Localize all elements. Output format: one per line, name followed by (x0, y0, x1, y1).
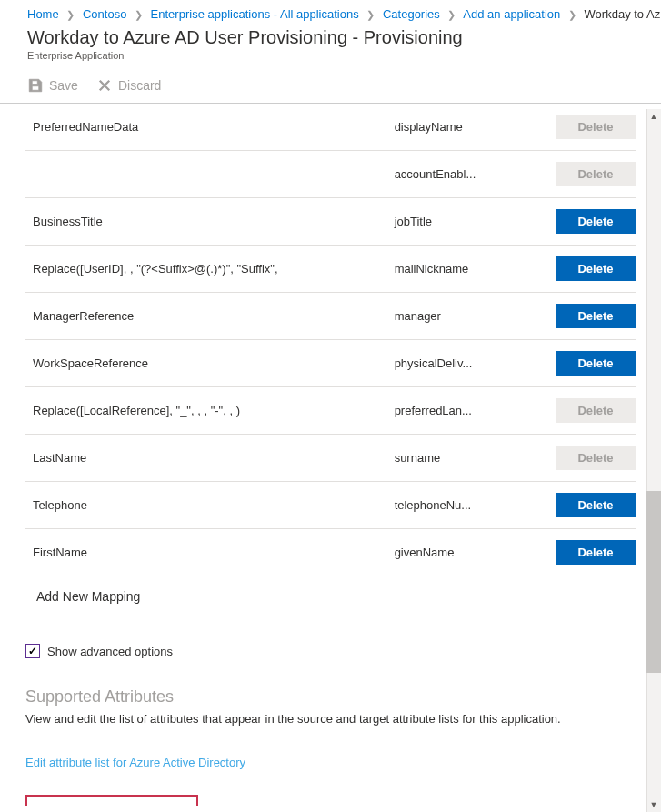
table-row[interactable]: ManagerReferencemanagerDelete (25, 293, 636, 340)
chevron-right-icon: ❯ (568, 9, 576, 20)
mapping-target: displayName (387, 104, 523, 151)
add-new-mapping-link[interactable]: Add New Mapping (25, 576, 636, 617)
mapping-target: telephoneNu... (387, 482, 523, 529)
advanced-options-label: Show advanced options (47, 645, 173, 658)
mapping-source: BusinessTitle (25, 198, 387, 246)
breadcrumb: Home ❯ Contoso ❯ Enterprise applications… (0, 0, 661, 25)
save-icon (27, 77, 44, 94)
save-button[interactable]: Save (27, 77, 78, 94)
table-row[interactable]: Replace([UserID], , "(?<Suffix>@(.)*)", … (25, 246, 636, 293)
table-row[interactable]: FirstNamegivenNameDelete (25, 529, 636, 576)
mapping-target: mailNickname (387, 246, 523, 293)
mapping-target: manager (387, 293, 523, 340)
breadcrumb-add-application[interactable]: Add an application (463, 7, 560, 21)
delete-button[interactable]: Delete (556, 351, 636, 376)
delete-button[interactable]: Delete (556, 493, 636, 517)
delete-button[interactable]: Delete (556, 256, 636, 281)
toolbar: Save Discard (0, 70, 661, 103)
breadcrumb-enterprise-apps[interactable]: Enterprise applications - All applicatio… (151, 7, 359, 21)
mapping-source: WorkSpaceReference (25, 340, 387, 387)
mapping-action-cell: Delete (523, 293, 636, 340)
mapping-action-cell: Delete (523, 151, 636, 198)
table-row[interactable]: accountEnabl...Delete (25, 151, 636, 198)
mapping-target: accountEnabl... (387, 151, 523, 198)
page-title: Workday to Azure AD User Provisioning - … (0, 25, 661, 48)
mapping-source: LastName (25, 435, 387, 482)
mapping-target: physicalDeliv... (387, 340, 523, 387)
mapping-source: Replace([LocalReference], "_", , , "-", … (25, 387, 387, 435)
breadcrumb-contoso[interactable]: Contoso (83, 7, 126, 21)
chevron-right-icon: ❯ (366, 9, 375, 20)
save-label: Save (49, 78, 78, 93)
page-subtitle: Enterprise Application (0, 48, 661, 70)
mapping-action-cell: Delete (523, 198, 636, 246)
breadcrumb-home[interactable]: Home (27, 7, 59, 21)
mapping-target: givenName (387, 529, 523, 576)
mapping-source: Telephone (25, 482, 387, 529)
mapping-source: PreferredNameData (25, 104, 387, 151)
table-row[interactable]: Replace([LocalReference], "_", , , "-", … (25, 387, 636, 435)
delete-button[interactable]: Delete (556, 304, 636, 328)
supported-attributes-description: View and edit the list of attributes tha… (25, 710, 636, 728)
delete-button: Delete (556, 398, 636, 423)
delete-button[interactable]: Delete (556, 540, 636, 565)
discard-label: Discard (118, 78, 161, 93)
table-row[interactable]: BusinessTitlejobTitleDelete (25, 198, 636, 246)
breadcrumb-current: Workday to Azure A (585, 7, 661, 21)
chevron-right-icon: ❯ (135, 9, 143, 20)
mapping-action-cell: Delete (523, 104, 636, 151)
discard-button[interactable]: Discard (96, 77, 161, 94)
delete-button: Delete (556, 115, 636, 139)
edit-attribute-list-workday-link[interactable]: Edit attribute list for Workday (25, 795, 198, 807)
mapping-source: Replace([UserID], , "(?<Suffix>@(.)*)", … (25, 246, 387, 293)
chevron-right-icon: ❯ (66, 9, 75, 20)
chevron-right-icon: ❯ (447, 9, 456, 20)
attribute-mapping-table: PreferredNameDatadisplayNameDeleteaccoun… (25, 104, 636, 576)
mapping-action-cell: Delete (523, 340, 636, 387)
mapping-target: surname (387, 435, 523, 482)
mapping-action-cell: Delete (523, 387, 636, 435)
table-row[interactable]: LastNamesurnameDelete (25, 435, 636, 482)
breadcrumb-categories[interactable]: Categories (383, 7, 440, 21)
content-panel: PreferredNameDatadisplayNameDeleteaccoun… (0, 103, 661, 806)
mapping-source (25, 151, 387, 198)
edit-attribute-list-aad-link[interactable]: Edit attribute list for Azure Active Dir… (25, 756, 636, 769)
table-row[interactable]: WorkSpaceReferencephysicalDeliv...Delete (25, 340, 636, 387)
mapping-source: FirstName (25, 529, 387, 576)
advanced-options-row: Show advanced options (25, 617, 636, 667)
mapping-target: preferredLan... (387, 387, 523, 435)
supported-attributes-heading: Supported Attributes (25, 667, 636, 710)
close-icon (96, 77, 113, 94)
scroll-thumb[interactable] (646, 491, 661, 673)
table-row[interactable]: TelephonetelephoneNu...Delete (25, 482, 636, 529)
mapping-action-cell: Delete (523, 529, 636, 576)
delete-button: Delete (556, 446, 636, 470)
mapping-action-cell: Delete (523, 435, 636, 482)
scroll-down-arrow-icon[interactable]: ▼ (646, 797, 661, 812)
table-row[interactable]: PreferredNameDatadisplayNameDelete (25, 104, 636, 151)
vertical-scrollbar[interactable]: ▲ ▼ (646, 109, 661, 812)
advanced-options-checkbox[interactable] (25, 644, 40, 658)
delete-button: Delete (556, 162, 636, 186)
scroll-up-arrow-icon[interactable]: ▲ (646, 109, 661, 124)
delete-button[interactable]: Delete (556, 209, 636, 234)
mapping-source: ManagerReference (25, 293, 387, 340)
mapping-action-cell: Delete (523, 482, 636, 529)
mapping-action-cell: Delete (523, 246, 636, 293)
mapping-target: jobTitle (387, 198, 523, 246)
